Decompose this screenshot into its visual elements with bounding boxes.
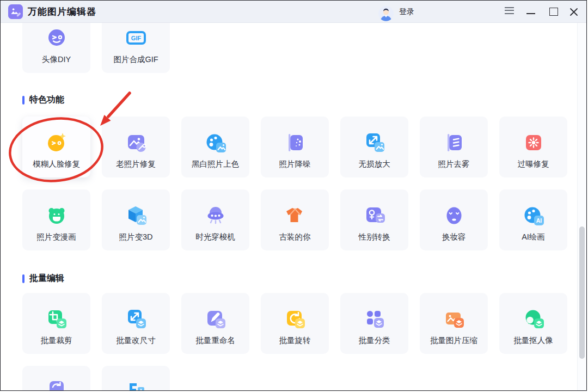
cartoon-bear-icon: [45, 204, 69, 228]
app-logo-icon: [8, 4, 23, 19]
svg-text:AI: AI: [536, 217, 542, 224]
section-title: 批量编辑: [29, 273, 64, 284]
feature-tile[interactable]: 批量图片压缩: [420, 293, 488, 354]
ai-paint-palette-icon: AI: [522, 204, 546, 228]
feature-tile[interactable]: 古装的你: [261, 189, 329, 250]
batch-compress-icon: [442, 307, 466, 331]
batch-rotate-icon: [283, 307, 307, 331]
ancient-costume-icon: [283, 204, 307, 228]
defog-icon: [442, 131, 466, 155]
denoise-icon: [283, 131, 307, 155]
gif-frame-icon: GIF: [124, 26, 148, 50]
batch-cutout-person-icon: [522, 307, 546, 331]
palette-colorize-icon: [204, 131, 228, 155]
feature-tile[interactable]: 批量重命名: [181, 293, 249, 354]
photo-repair-icon: [124, 131, 148, 155]
feature-tile[interactable]: 性别转换: [340, 189, 408, 250]
close-icon[interactable]: [569, 7, 579, 17]
app-title: 万能图片编辑器: [28, 1, 96, 23]
titlebar: 万能图片编辑器 登录: [1, 1, 586, 23]
overexposure-sun-icon: [522, 131, 546, 155]
svg-text:GIF: GIF: [131, 35, 141, 41]
maximize-icon[interactable]: [549, 8, 558, 16]
batch-resize-icon: [124, 307, 148, 331]
feature-tile[interactable]: 照片变漫画: [22, 189, 90, 250]
batch-rename-icon: [204, 307, 228, 331]
makeup-face-icon: [442, 204, 466, 228]
feature-tile[interactable]: 批量旋转: [261, 293, 329, 354]
feature-tile[interactable]: 批量改尺寸: [102, 293, 170, 354]
enlarge-arrows-icon: [363, 131, 387, 155]
feature-tile[interactable]: 头像DIY: [22, 23, 90, 73]
feature-tile[interactable]: 黑白照片上色: [181, 117, 249, 177]
feature-tile[interactable]: 批量抠人像: [499, 293, 567, 354]
feature-tile[interactable]: 照片降噪: [261, 117, 329, 177]
section-title: 特色功能: [29, 94, 64, 106]
minimize-icon[interactable]: [526, 7, 537, 16]
tile-grid: 头像DIY GIF 图片合成GIF: [22, 23, 572, 73]
login-button[interactable]: 登录: [399, 1, 414, 23]
feature-tile[interactable]: 照片变3D: [102, 189, 170, 250]
feature-tile[interactable]: GIF 图片合成GIF: [102, 23, 170, 73]
gender-swap-icon: [363, 204, 387, 228]
feature-tile[interactable]: 无损放大: [340, 117, 408, 177]
feature-tile[interactable]: 批量裁剪: [22, 293, 90, 354]
font-letters-icon: [124, 380, 148, 390]
wink-face-yellow-icon: [45, 131, 69, 155]
feature-tile[interactable]: [102, 366, 170, 390]
feature-tile[interactable]: 老照片修复: [102, 117, 170, 177]
feature-tile[interactable]: 照片去雾: [420, 117, 488, 177]
feature-tile[interactable]: 批量分类: [340, 293, 408, 354]
tile-grid: 批量裁剪 批量改尺寸 批量重命名 批量旋转 批量分类 批量图片压缩 批量抠人像: [22, 293, 572, 390]
section-header: 特色功能: [22, 94, 64, 106]
feature-tile[interactable]: 模糊人脸修复: [22, 117, 90, 177]
section-header: 批量编辑: [22, 273, 64, 284]
batch-crop-icon: [45, 307, 69, 331]
wink-face-purple-icon: [45, 26, 69, 50]
batch-classify-icon: [363, 307, 387, 331]
scrollbar-thumb[interactable]: [579, 226, 585, 359]
batch-convert-icon: [45, 380, 69, 390]
section-accent-bar: [22, 274, 24, 283]
feature-tile[interactable]: 时光穿梭机: [181, 189, 249, 250]
user-avatar-icon[interactable]: [378, 6, 394, 21]
feature-tile[interactable]: 换妆容: [420, 189, 488, 250]
feature-tile[interactable]: [22, 366, 90, 390]
app-window: 万能图片编辑器 登录 头像DIY GIF 图片合成GIF 特色功能 模糊人脸修复…: [0, 0, 587, 391]
tile-grid: 模糊人脸修复 老照片修复 黑白照片上色 照片降噪 无损放大 照片去雾 过曝修复 …: [22, 117, 572, 250]
section-accent-bar: [22, 96, 24, 105]
feature-tile[interactable]: 过曝修复: [499, 117, 567, 177]
content-area: 头像DIY GIF 图片合成GIF 特色功能 模糊人脸修复 老照片修复 黑白照片…: [1, 23, 586, 390]
time-machine-ufo-icon: [204, 204, 228, 228]
cube-3d-icon: [124, 204, 148, 228]
feature-tile[interactable]: AI AI绘画: [499, 189, 567, 250]
menu-icon[interactable]: [505, 7, 516, 16]
